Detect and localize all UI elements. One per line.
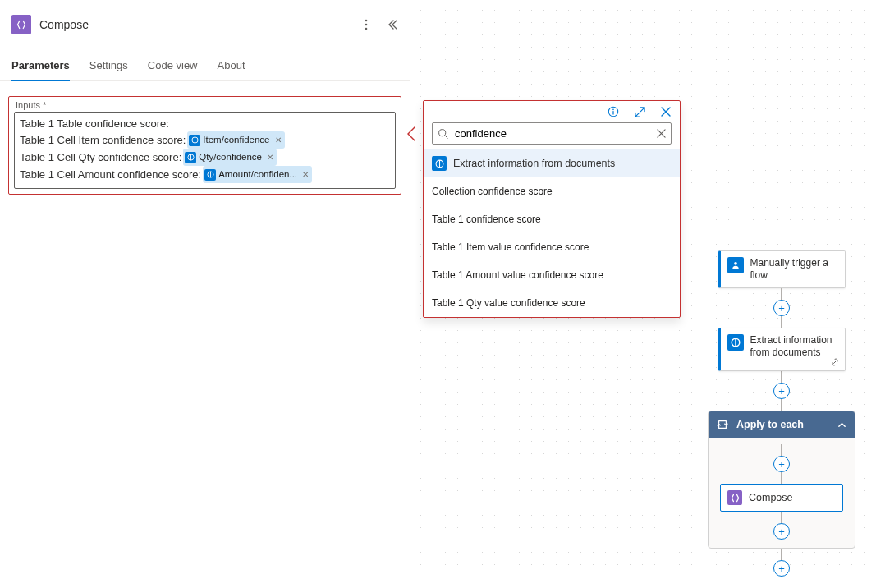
connector-line [781, 444, 782, 456]
connector-line [781, 512, 782, 523]
connector-line [781, 371, 782, 383]
svg-point-16 [734, 262, 737, 265]
add-step-button[interactable]: + [773, 383, 790, 399]
search-icon [438, 128, 448, 139]
token-remove-icon[interactable]: ✕ [302, 167, 309, 182]
add-step-button[interactable]: + [773, 300, 790, 316]
trigger-icon [727, 257, 744, 273]
token-remove-icon[interactable]: ✕ [267, 149, 273, 165]
expand-icon[interactable] [634, 106, 645, 117]
dynamic-token[interactable]: Qty/confidence ✕ [183, 149, 277, 166]
compose-action-icon [11, 15, 31, 34]
input-line: Table 1 Cell Item confidence score: Item… [20, 131, 390, 149]
loop-icon [717, 419, 728, 430]
close-icon[interactable] [660, 106, 672, 117]
clear-search-icon[interactable] [657, 129, 666, 138]
tab-parameters[interactable]: Parameters [11, 53, 70, 81]
suggestion-item[interactable]: Table 1 Amount value confidence score [424, 261, 680, 289]
suggestion-item[interactable]: Table 1 confidence score [424, 205, 680, 233]
svg-line-13 [445, 136, 447, 138]
collapse-icon[interactable] [387, 19, 398, 30]
token-source-icon [189, 135, 200, 146]
extract-icon [727, 334, 744, 351]
svg-point-1 [365, 24, 368, 26]
svg-point-2 [365, 28, 368, 30]
compose-node-label: Compose [749, 492, 793, 503]
dynamic-token[interactable]: Item/confidence ✕ [187, 131, 284, 149]
input-line: Table 1 Table confidence score: [20, 116, 390, 131]
suggestion-item[interactable]: Collection confidence score [424, 177, 680, 205]
source-title: Extract information from documents [453, 158, 615, 169]
tab-code-view[interactable]: Code view [148, 53, 198, 80]
inputs-label: Inputs * [16, 100, 396, 110]
link-icon [830, 357, 840, 367]
token-label: Item/confidence [203, 132, 269, 148]
flow-node-label: Manually trigger a flow [750, 257, 838, 282]
compose-node-icon [727, 490, 742, 505]
input-line-text: Table 1 Cell Amount confidence score: [20, 167, 201, 182]
svg-rect-11 [612, 111, 613, 114]
suggestion-source-header[interactable]: Extract information from documents [424, 149, 680, 177]
apply-to-each-container: Apply to each + Compose + [708, 411, 855, 549]
flow-canvas[interactable]: Extract information from documents Colle… [410, 0, 876, 588]
tab-about[interactable]: About [218, 53, 245, 80]
apply-to-each-header[interactable]: Apply to each [709, 411, 855, 438]
inputs-highlight-box: Inputs * Table 1 Table confidence score:… [8, 96, 401, 195]
svg-point-0 [365, 20, 368, 22]
connector-line [781, 316, 782, 328]
svg-point-12 [439, 130, 446, 136]
token-source-icon [204, 169, 216, 181]
flow-node-extract[interactable]: Extract information from documents [718, 328, 846, 371]
flow-node-trigger[interactable]: Manually trigger a flow [718, 250, 846, 288]
tab-settings[interactable]: Settings [89, 53, 128, 80]
connector-line [781, 399, 782, 411]
input-line-text: Table 1 Table confidence score: [20, 116, 169, 131]
apply-header-label: Apply to each [736, 419, 804, 430]
token-remove-icon[interactable]: ✕ [275, 132, 282, 148]
input-line: Table 1 Cell Qty confidence score: Qty/c… [20, 149, 390, 166]
source-icon [432, 156, 447, 171]
input-line: Table 1 Cell Amount confidence score: Am… [20, 166, 390, 183]
add-step-button[interactable]: + [773, 560, 790, 577]
dynamic-token[interactable]: Amount/confiden... ✕ [203, 166, 312, 183]
more-icon[interactable] [360, 19, 372, 30]
suggestion-item[interactable]: Table 1 Item value confidence score [424, 233, 680, 261]
token-label: Amount/confiden... [218, 167, 297, 182]
panel-title: Compose [39, 18, 360, 31]
panel-header: Compose [0, 15, 410, 46]
properties-panel: Compose Parameters Settings Code view Ab… [0, 0, 410, 588]
flow-graph: Manually trigger a flow + Extract inform… [716, 250, 847, 577]
token-source-icon [185, 152, 196, 163]
info-icon[interactable] [608, 106, 619, 117]
connector-line [781, 472, 782, 484]
svg-point-10 [612, 109, 614, 111]
add-step-button[interactable]: + [773, 456, 790, 472]
inputs-field[interactable]: Table 1 Table confidence score: Table 1 … [14, 112, 396, 189]
add-step-button[interactable]: + [773, 523, 790, 540]
input-line-text: Table 1 Cell Qty confidence score: [20, 149, 181, 165]
flow-node-label: Extract information from documents [750, 334, 838, 359]
connector-line [781, 549, 782, 560]
search-input[interactable] [453, 126, 652, 140]
search-field-wrapper [432, 122, 672, 145]
connector-line [781, 288, 782, 300]
suggestion-item[interactable]: Table 1 Qty value confidence score [424, 289, 680, 317]
input-line-text: Table 1 Cell Item confidence score: [20, 132, 186, 148]
token-label: Qty/confidence [199, 149, 262, 165]
flow-node-compose[interactable]: Compose [720, 484, 843, 512]
dynamic-content-popover: Extract information from documents Colle… [423, 100, 681, 318]
settings-tabs: Parameters Settings Code view About [0, 53, 410, 81]
popover-pointer [407, 126, 415, 142]
chevron-up-icon[interactable] [837, 420, 846, 430]
